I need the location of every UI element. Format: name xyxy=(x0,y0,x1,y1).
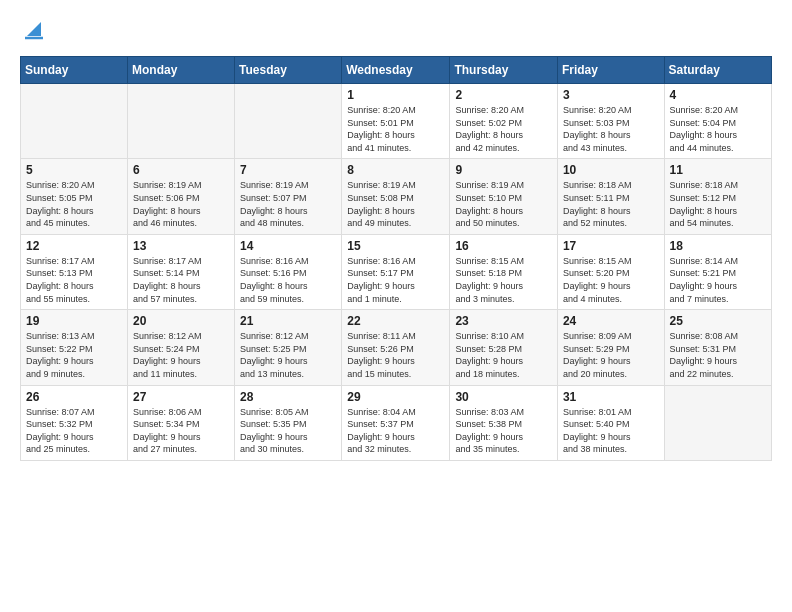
day-number: 27 xyxy=(133,390,229,404)
day-number: 31 xyxy=(563,390,659,404)
day-number: 8 xyxy=(347,163,444,177)
calendar-cell: 20Sunrise: 8:12 AM Sunset: 5:24 PM Dayli… xyxy=(127,310,234,385)
weekday-header-sunday: Sunday xyxy=(21,57,128,84)
day-number: 24 xyxy=(563,314,659,328)
calendar-cell: 17Sunrise: 8:15 AM Sunset: 5:20 PM Dayli… xyxy=(557,234,664,309)
calendar-cell: 3Sunrise: 8:20 AM Sunset: 5:03 PM Daylig… xyxy=(557,84,664,159)
day-number: 20 xyxy=(133,314,229,328)
day-info: Sunrise: 8:14 AM Sunset: 5:21 PM Dayligh… xyxy=(670,255,766,305)
day-info: Sunrise: 8:09 AM Sunset: 5:29 PM Dayligh… xyxy=(563,330,659,380)
calendar-cell: 30Sunrise: 8:03 AM Sunset: 5:38 PM Dayli… xyxy=(450,385,558,460)
day-info: Sunrise: 8:20 AM Sunset: 5:02 PM Dayligh… xyxy=(455,104,552,154)
day-info: Sunrise: 8:13 AM Sunset: 5:22 PM Dayligh… xyxy=(26,330,122,380)
calendar-cell: 28Sunrise: 8:05 AM Sunset: 5:35 PM Dayli… xyxy=(235,385,342,460)
calendar-cell: 9Sunrise: 8:19 AM Sunset: 5:10 PM Daylig… xyxy=(450,159,558,234)
calendar-cell: 7Sunrise: 8:19 AM Sunset: 5:07 PM Daylig… xyxy=(235,159,342,234)
day-number: 25 xyxy=(670,314,766,328)
weekday-header-friday: Friday xyxy=(557,57,664,84)
day-number: 18 xyxy=(670,239,766,253)
calendar-cell: 31Sunrise: 8:01 AM Sunset: 5:40 PM Dayli… xyxy=(557,385,664,460)
logo-triangle-icon xyxy=(23,18,45,40)
day-info: Sunrise: 8:19 AM Sunset: 5:08 PM Dayligh… xyxy=(347,179,444,229)
day-number: 5 xyxy=(26,163,122,177)
calendar-cell: 24Sunrise: 8:09 AM Sunset: 5:29 PM Dayli… xyxy=(557,310,664,385)
calendar-cell: 22Sunrise: 8:11 AM Sunset: 5:26 PM Dayli… xyxy=(342,310,450,385)
calendar-week-3: 12Sunrise: 8:17 AM Sunset: 5:13 PM Dayli… xyxy=(21,234,772,309)
day-info: Sunrise: 8:07 AM Sunset: 5:32 PM Dayligh… xyxy=(26,406,122,456)
day-info: Sunrise: 8:06 AM Sunset: 5:34 PM Dayligh… xyxy=(133,406,229,456)
calendar-table: SundayMondayTuesdayWednesdayThursdayFrid… xyxy=(20,56,772,461)
calendar-cell: 23Sunrise: 8:10 AM Sunset: 5:28 PM Dayli… xyxy=(450,310,558,385)
day-info: Sunrise: 8:20 AM Sunset: 5:03 PM Dayligh… xyxy=(563,104,659,154)
day-number: 11 xyxy=(670,163,766,177)
calendar-week-5: 26Sunrise: 8:07 AM Sunset: 5:32 PM Dayli… xyxy=(21,385,772,460)
calendar-cell: 1Sunrise: 8:20 AM Sunset: 5:01 PM Daylig… xyxy=(342,84,450,159)
day-info: Sunrise: 8:08 AM Sunset: 5:31 PM Dayligh… xyxy=(670,330,766,380)
calendar-cell: 19Sunrise: 8:13 AM Sunset: 5:22 PM Dayli… xyxy=(21,310,128,385)
calendar-cell: 26Sunrise: 8:07 AM Sunset: 5:32 PM Dayli… xyxy=(21,385,128,460)
calendar-cell xyxy=(127,84,234,159)
calendar-week-2: 5Sunrise: 8:20 AM Sunset: 5:05 PM Daylig… xyxy=(21,159,772,234)
day-number: 3 xyxy=(563,88,659,102)
day-info: Sunrise: 8:12 AM Sunset: 5:25 PM Dayligh… xyxy=(240,330,336,380)
calendar-cell: 12Sunrise: 8:17 AM Sunset: 5:13 PM Dayli… xyxy=(21,234,128,309)
day-info: Sunrise: 8:03 AM Sunset: 5:38 PM Dayligh… xyxy=(455,406,552,456)
weekday-header-row: SundayMondayTuesdayWednesdayThursdayFrid… xyxy=(21,57,772,84)
calendar-cell: 10Sunrise: 8:18 AM Sunset: 5:11 PM Dayli… xyxy=(557,159,664,234)
day-number: 10 xyxy=(563,163,659,177)
day-info: Sunrise: 8:20 AM Sunset: 5:04 PM Dayligh… xyxy=(670,104,766,154)
calendar-cell: 11Sunrise: 8:18 AM Sunset: 5:12 PM Dayli… xyxy=(664,159,771,234)
day-number: 15 xyxy=(347,239,444,253)
day-number: 16 xyxy=(455,239,552,253)
day-number: 14 xyxy=(240,239,336,253)
day-info: Sunrise: 8:19 AM Sunset: 5:06 PM Dayligh… xyxy=(133,179,229,229)
day-number: 29 xyxy=(347,390,444,404)
calendar-cell: 6Sunrise: 8:19 AM Sunset: 5:06 PM Daylig… xyxy=(127,159,234,234)
day-info: Sunrise: 8:19 AM Sunset: 5:07 PM Dayligh… xyxy=(240,179,336,229)
day-number: 23 xyxy=(455,314,552,328)
day-info: Sunrise: 8:01 AM Sunset: 5:40 PM Dayligh… xyxy=(563,406,659,456)
calendar-cell xyxy=(664,385,771,460)
day-number: 22 xyxy=(347,314,444,328)
day-info: Sunrise: 8:16 AM Sunset: 5:16 PM Dayligh… xyxy=(240,255,336,305)
calendar-cell: 2Sunrise: 8:20 AM Sunset: 5:02 PM Daylig… xyxy=(450,84,558,159)
weekday-header-tuesday: Tuesday xyxy=(235,57,342,84)
calendar-cell xyxy=(21,84,128,159)
calendar-cell: 16Sunrise: 8:15 AM Sunset: 5:18 PM Dayli… xyxy=(450,234,558,309)
calendar-cell: 5Sunrise: 8:20 AM Sunset: 5:05 PM Daylig… xyxy=(21,159,128,234)
day-info: Sunrise: 8:19 AM Sunset: 5:10 PM Dayligh… xyxy=(455,179,552,229)
calendar-cell: 15Sunrise: 8:16 AM Sunset: 5:17 PM Dayli… xyxy=(342,234,450,309)
weekday-header-saturday: Saturday xyxy=(664,57,771,84)
day-number: 1 xyxy=(347,88,444,102)
calendar-cell: 25Sunrise: 8:08 AM Sunset: 5:31 PM Dayli… xyxy=(664,310,771,385)
day-number: 19 xyxy=(26,314,122,328)
day-info: Sunrise: 8:04 AM Sunset: 5:37 PM Dayligh… xyxy=(347,406,444,456)
day-info: Sunrise: 8:11 AM Sunset: 5:26 PM Dayligh… xyxy=(347,330,444,380)
day-number: 28 xyxy=(240,390,336,404)
page-header xyxy=(20,16,772,44)
day-number: 17 xyxy=(563,239,659,253)
day-number: 4 xyxy=(670,88,766,102)
calendar-cell xyxy=(235,84,342,159)
calendar-cell: 27Sunrise: 8:06 AM Sunset: 5:34 PM Dayli… xyxy=(127,385,234,460)
weekday-header-thursday: Thursday xyxy=(450,57,558,84)
calendar-week-4: 19Sunrise: 8:13 AM Sunset: 5:22 PM Dayli… xyxy=(21,310,772,385)
day-info: Sunrise: 8:17 AM Sunset: 5:13 PM Dayligh… xyxy=(26,255,122,305)
weekday-header-wednesday: Wednesday xyxy=(342,57,450,84)
day-number: 26 xyxy=(26,390,122,404)
calendar-cell: 18Sunrise: 8:14 AM Sunset: 5:21 PM Dayli… xyxy=(664,234,771,309)
calendar-cell: 21Sunrise: 8:12 AM Sunset: 5:25 PM Dayli… xyxy=(235,310,342,385)
day-info: Sunrise: 8:05 AM Sunset: 5:35 PM Dayligh… xyxy=(240,406,336,456)
day-number: 12 xyxy=(26,239,122,253)
day-info: Sunrise: 8:17 AM Sunset: 5:14 PM Dayligh… xyxy=(133,255,229,305)
day-info: Sunrise: 8:18 AM Sunset: 5:12 PM Dayligh… xyxy=(670,179,766,229)
calendar-page: SundayMondayTuesdayWednesdayThursdayFrid… xyxy=(0,0,792,612)
calendar-cell: 14Sunrise: 8:16 AM Sunset: 5:16 PM Dayli… xyxy=(235,234,342,309)
day-number: 30 xyxy=(455,390,552,404)
weekday-header-monday: Monday xyxy=(127,57,234,84)
calendar-week-1: 1Sunrise: 8:20 AM Sunset: 5:01 PM Daylig… xyxy=(21,84,772,159)
day-info: Sunrise: 8:16 AM Sunset: 5:17 PM Dayligh… xyxy=(347,255,444,305)
day-info: Sunrise: 8:18 AM Sunset: 5:11 PM Dayligh… xyxy=(563,179,659,229)
day-number: 7 xyxy=(240,163,336,177)
day-info: Sunrise: 8:20 AM Sunset: 5:05 PM Dayligh… xyxy=(26,179,122,229)
